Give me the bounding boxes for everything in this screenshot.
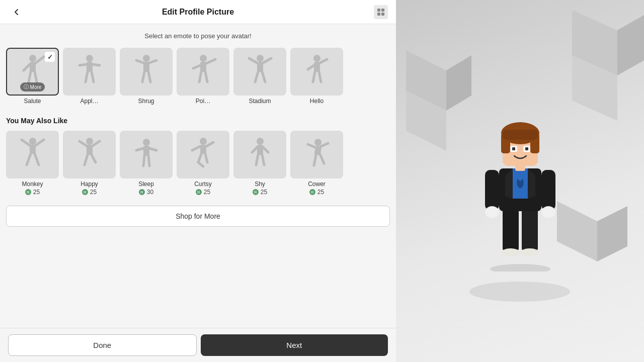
emote-thumb-monkey[interactable] [6,131,59,178]
emote-thumb-cower[interactable] [290,131,343,178]
emote-thumb-salute[interactable]: ✓ [6,48,59,96]
emote-card-salute[interactable]: ✓ [6,48,59,105]
price-curtsy: R 25 [196,189,210,196]
svg-rect-0 [377,9,380,12]
emote-label-sleep: Sleep [138,180,154,188]
also-card-curtsy[interactable]: Curtsy R 25 [177,131,229,196]
owned-emotes-grid: ✓ [6,48,390,105]
header: Edit Profile Picture [0,0,396,24]
emote-card-appl[interactable]: Appl… [63,48,116,105]
robux-icon-sleep: R [139,189,145,195]
price-sleep: R 30 [139,189,153,196]
content-area: Select an emote to pose your avatar! ✓ [0,24,396,328]
emote-label-monkey: Monkey [22,180,43,188]
grid-icon[interactable] [374,5,388,19]
more-badge: More [20,82,45,92]
also-card-sleep[interactable]: Sleep R 30 [120,131,173,196]
svg-point-18 [86,138,93,145]
svg-rect-49 [541,170,555,210]
emote-label-curtsy: Curtsy [194,180,212,188]
price-cower: R 25 [309,189,324,196]
price-value-monkey: 25 [33,189,40,196]
svg-rect-25 [257,145,263,155]
avatar-preview-panel [396,0,644,362]
svg-point-10 [200,55,207,62]
also-like-title: You May Also Like [6,117,390,125]
price-value-happy: 25 [90,189,97,196]
svg-rect-39 [522,206,538,251]
svg-rect-47 [485,170,499,210]
svg-rect-46 [518,199,522,211]
emote-label-hello: Hello [310,98,324,105]
svg-point-12 [257,55,264,62]
also-card-monkey[interactable]: Monkey R 25 [6,131,59,196]
svg-rect-56 [503,130,538,140]
emote-label-salute: Salute [24,98,41,105]
footer: Done Next [0,328,396,362]
emote-label-stadium: Stadium [249,98,271,105]
price-value-curtsy: 25 [204,189,210,196]
emote-thumb-hello[interactable] [290,48,343,96]
svg-rect-59 [512,147,515,150]
emote-thumb-shy[interactable] [233,131,286,178]
next-button[interactable]: Next [201,334,388,356]
avatar-svg [465,90,576,272]
emote-label-shrug: Shrug [138,98,154,105]
emote-thumb-poi[interactable] [177,48,229,96]
robux-icon-curtsy: R [196,189,202,195]
emote-card-shrug[interactable]: Shrug [120,48,173,105]
svg-point-50 [541,206,555,218]
done-button[interactable]: Done [8,334,197,356]
left-panel: Edit Profile Picture Select an emote to … [0,0,396,362]
svg-point-20 [143,139,150,146]
svg-point-48 [485,206,499,218]
svg-point-37 [490,264,550,272]
svg-marker-35 [597,206,627,261]
price-happy: R 25 [82,189,97,196]
svg-rect-7 [87,62,93,72]
emote-thumb-curtsy[interactable] [177,131,229,178]
svg-point-14 [313,55,320,62]
svg-point-36 [469,282,570,302]
svg-point-40 [502,248,520,256]
svg-point-4 [29,55,36,62]
emote-thumb-appl[interactable] [63,48,116,96]
svg-rect-2 [377,13,380,16]
also-card-shy[interactable]: Shy R 25 [233,131,286,196]
price-shy: R 25 [253,189,267,196]
also-card-happy[interactable]: Happy R 25 [63,131,116,196]
also-like-grid: Monkey R 25 [6,131,390,196]
emote-card-stadium[interactable]: Stadium [233,48,286,105]
svg-rect-3 [381,13,384,16]
emote-thumb-sleep[interactable] [120,131,173,178]
svg-point-26 [314,139,321,146]
robux-icon-shy: R [253,189,259,195]
price-value-shy: 25 [261,189,267,196]
svg-point-8 [143,55,150,62]
svg-rect-21 [143,146,149,156]
emote-thumb-shrug[interactable] [120,48,173,96]
shop-for-more-button[interactable]: Shop for More [6,206,390,227]
price-value-sleep: 30 [147,189,153,196]
robux-icon-happy: R [82,189,88,195]
svg-point-16 [29,138,36,145]
back-button[interactable] [8,6,25,19]
price-monkey: R 25 [25,189,40,196]
svg-point-24 [257,138,264,145]
emote-thumb-stadium[interactable] [233,48,286,96]
svg-rect-1 [381,9,384,12]
emote-label-poi: Poi… [196,98,210,105]
svg-point-22 [200,138,207,145]
svg-rect-38 [503,206,519,251]
robux-icon-cower: R [309,189,315,195]
price-value-cower: 25 [317,189,324,196]
emote-card-hello[interactable]: Hello [290,48,343,105]
svg-rect-60 [525,147,528,150]
emote-card-poi[interactable]: Poi… [177,48,229,105]
emote-thumb-happy[interactable] [63,131,116,178]
avatar-container [465,90,576,272]
page-title: Edit Profile Picture [162,8,234,17]
emote-label-appl: Appl… [80,98,98,105]
also-card-cower[interactable]: Cower R 25 [290,131,343,196]
svg-point-41 [521,248,539,256]
